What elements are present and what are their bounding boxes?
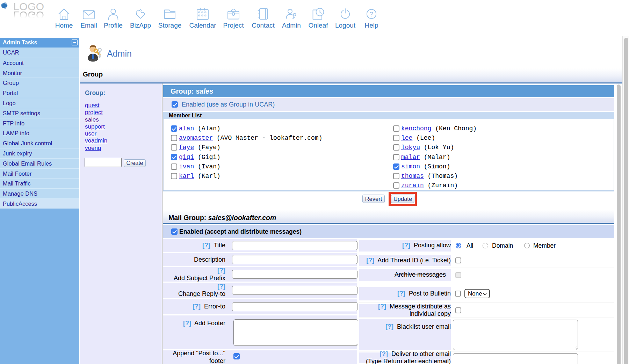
svg-text:?: ? <box>370 10 374 18</box>
